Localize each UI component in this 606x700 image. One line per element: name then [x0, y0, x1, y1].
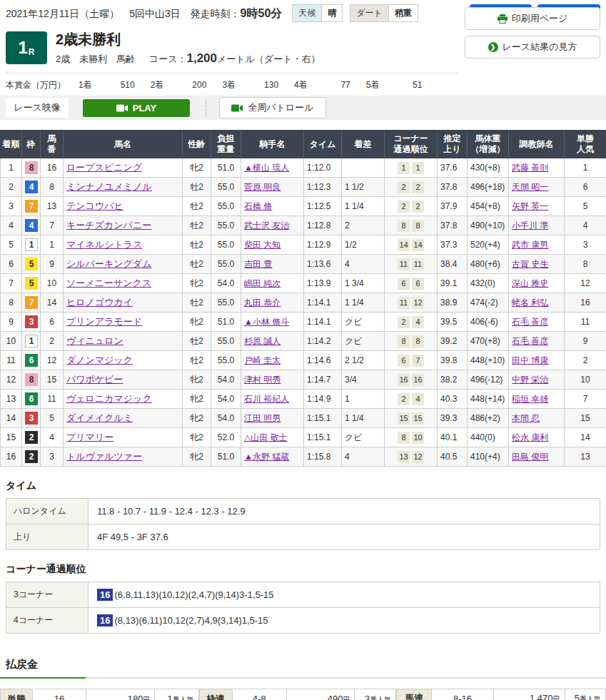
horse-name-link[interactable]: キーチズカンパニー — [66, 220, 151, 230]
patrol-video-button[interactable]: 全周パトロール — [219, 97, 326, 118]
horse-name-link[interactable]: マイネルシトラス — [66, 239, 142, 250]
print-page-button[interactable]: 印刷用ページ — [465, 7, 600, 30]
play-button[interactable]: PLAY — [83, 99, 190, 117]
win-favorite-rank: 16 — [565, 293, 606, 313]
horse-name-link[interactable]: ダイメイクルミ — [66, 412, 133, 423]
frame-number: 7 — [22, 197, 41, 216]
jockey-link[interactable]: 嶋田 純次 — [244, 278, 281, 288]
margin: 2 1/2 — [342, 351, 385, 370]
trainer-link[interactable]: 武市 康男 — [512, 240, 548, 250]
trainer-cell: 天間 昭一 — [509, 178, 565, 197]
body-weight: 440(0) — [468, 428, 509, 447]
jockey-link[interactable]: 石橋 脩 — [244, 201, 272, 211]
carried-weight: 51.0 — [211, 158, 241, 178]
horse-name-link[interactable]: ダノンマジック — [66, 355, 133, 365]
win-favorite-rank: 9 — [565, 332, 606, 351]
horse-name-link[interactable]: ミンナノユメミノル — [66, 181, 152, 192]
corner3-label: 3コーナー — [6, 582, 89, 608]
jockey-link[interactable]: 菅原 明良 — [244, 182, 281, 192]
jockey-link[interactable]: 津村 明秀 — [244, 375, 281, 385]
horse-number: 2 — [41, 332, 64, 351]
horse-number: 15 — [41, 370, 64, 390]
jockey-link[interactable]: 江田 照男 — [244, 413, 281, 423]
trainer-link[interactable]: 深山 雅史 — [512, 278, 548, 288]
payout-combination: 8-16 — [432, 689, 494, 700]
horse-name-link[interactable]: トルヴァルツァー — [66, 451, 142, 462]
bet-type-label: 枠連 — [199, 689, 232, 700]
results-guide-button[interactable]: ❯ レース結果の見方 — [465, 36, 600, 59]
result-row: 1012ヴィニュロン牡255.0杉原 誠人1:14.2クビ8839.2470(+… — [1, 332, 606, 351]
trainer-cell: 田中 博康 — [509, 351, 565, 370]
jockey-link[interactable]: 丸田 恭介 — [244, 298, 281, 308]
frame-number: 6 — [22, 390, 41, 409]
margin: 4 — [342, 255, 385, 274]
horse-name-link[interactable]: ロープスピニング — [66, 162, 142, 173]
frame-number: 8 — [22, 370, 41, 390]
jockey-link[interactable]: 戸崎 圭太 — [244, 355, 281, 365]
trainer-link[interactable]: 石毛 善彦 — [512, 317, 548, 327]
corner4-value: 16(8,13)(6,11)10,12(2,7)4,9(3,14)1,5-15 — [89, 608, 600, 634]
horse-name-cell: キーチズカンパニー — [64, 216, 183, 235]
trainer-link[interactable]: 矢野 英一 — [512, 201, 548, 211]
jockey-link[interactable]: ▲永野 猛蔵 — [244, 452, 289, 462]
sex-age: 牡2 — [183, 197, 211, 216]
trainer-link[interactable]: 稲垣 幸雄 — [512, 394, 548, 404]
horse-name-link[interactable]: シルバーキングダム — [66, 258, 151, 269]
body-weight: 486(+2) — [468, 409, 509, 428]
trainer-cell: 田島 俊明 — [509, 447, 565, 467]
body-weight: 430(+8) — [468, 158, 509, 178]
horse-name-link[interactable]: ヒロノゴウカイ — [66, 297, 133, 308]
race-video-label: レース映像 — [6, 98, 69, 118]
frame-number-box: 1 — [25, 335, 38, 348]
jockey-cell: △山田 敬士 — [241, 428, 304, 447]
jockey-link[interactable]: 柴田 大知 — [244, 240, 281, 250]
trainer-link[interactable]: 古賀 史生 — [512, 259, 548, 269]
jockey-link[interactable]: ▲横山 琉人 — [244, 163, 289, 173]
corner-positions: 66 — [385, 274, 438, 293]
jockey-link[interactable]: △山田 敬士 — [244, 432, 288, 442]
jockey-link[interactable]: 杉原 誠人 — [244, 336, 281, 346]
horse-name-link[interactable]: パワポケビー — [66, 374, 123, 385]
trainer-link[interactable]: 田島 俊明 — [512, 452, 548, 462]
jockey-cell: 石川 裕紀人 — [241, 390, 304, 409]
body-weight: 470(+8) — [468, 332, 509, 351]
horse-name-link[interactable]: ソーメニーサンクス — [66, 278, 151, 288]
horse-name-link[interactable]: プリマリー — [66, 432, 113, 442]
win-favorite-rank: 6 — [565, 178, 606, 197]
results-column-header: 調教師名 — [509, 131, 565, 158]
carried-weight: 54.0 — [211, 409, 241, 428]
horse-name-link[interactable]: プリンアラモード — [66, 316, 142, 327]
payout-favorite-rank: 1番人気 — [155, 689, 198, 700]
horse-name-link[interactable]: ヴィニュロン — [66, 335, 123, 346]
jockey-link[interactable]: 吉田 豊 — [244, 259, 272, 269]
favorite-suffix: 番人気 — [370, 696, 391, 700]
carried-weight: 55.0 — [211, 178, 241, 197]
trainer-link[interactable]: 中野 栄治 — [512, 375, 548, 385]
chevron-right-icon: ❯ — [488, 42, 498, 52]
trainer-link[interactable]: 本間 忍 — [512, 413, 540, 423]
corner-positions: 1414 — [385, 235, 438, 255]
results-column-header: タイム — [304, 131, 342, 158]
win-favorite-rank: 15 — [565, 409, 606, 428]
body-weight: 448(+14) — [468, 390, 509, 409]
corner-position-box: 8 — [398, 220, 410, 232]
trainer-link[interactable]: 蛯名 利弘 — [512, 298, 548, 308]
jockey-cell: 津村 明秀 — [241, 370, 304, 390]
trainer-link[interactable]: 小手川 準 — [512, 220, 548, 230]
frame-number: 6 — [22, 351, 41, 370]
corner-positions: 88 — [385, 216, 438, 235]
trainer-link[interactable]: 松永 康利 — [512, 432, 548, 442]
trainer-link[interactable]: 武藤 善則 — [512, 163, 548, 173]
trainer-link[interactable]: 石毛 善彦 — [512, 336, 548, 346]
finish-time: 1:12.5 — [304, 197, 342, 216]
trainer-link[interactable]: 田中 博康 — [512, 355, 548, 365]
frame-number-box: 7 — [25, 296, 38, 309]
trainer-link[interactable]: 天間 昭一 — [512, 182, 548, 192]
jockey-link[interactable]: ▲小林 脩斗 — [244, 317, 289, 327]
horse-name-link[interactable]: テンコウバヒ — [66, 201, 123, 211]
jockey-link[interactable]: 石川 裕紀人 — [244, 394, 289, 404]
horse-name-link[interactable]: ヴェロニカマジック — [66, 393, 152, 404]
jockey-link[interactable]: 武士沢 友治 — [244, 220, 289, 230]
horse-name-cell: ミンナノユメミノル — [64, 178, 183, 197]
win-favorite-rank: 2 — [565, 351, 606, 370]
